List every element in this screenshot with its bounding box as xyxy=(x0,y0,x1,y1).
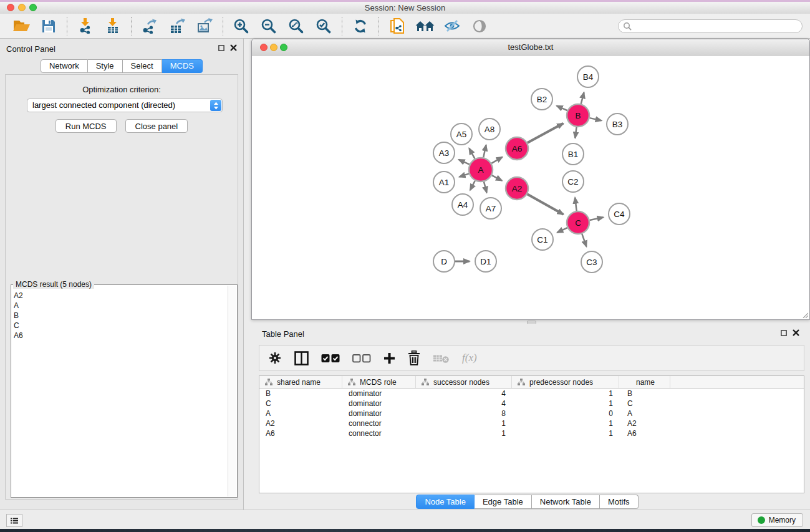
table-cell[interactable]: A xyxy=(619,409,670,418)
edge-B-B3[interactable] xyxy=(590,118,602,120)
delete-columns-button[interactable] xyxy=(408,351,420,365)
first-neighbors-button[interactable] xyxy=(415,16,435,36)
duplicate-network-button[interactable] xyxy=(387,16,407,36)
edge-A-A4[interactable] xyxy=(470,181,475,190)
table-cell[interactable]: connector xyxy=(342,429,416,438)
mcds-result-item[interactable]: C xyxy=(14,321,227,331)
column-header-mcds-role[interactable]: MCDS role xyxy=(342,376,416,388)
table-cell[interactable]: 1 xyxy=(512,399,619,408)
mcds-result-item[interactable]: A2 xyxy=(14,291,227,301)
zoom-selected-button[interactable] xyxy=(314,16,334,36)
edge-A-A8[interactable] xyxy=(483,145,486,157)
network-minimize-button[interactable] xyxy=(270,44,277,51)
import-table-button[interactable] xyxy=(103,16,123,36)
edge-A6-B[interactable] xyxy=(528,123,564,143)
column-header-successor-nodes[interactable]: successor nodes xyxy=(416,376,512,388)
edge-A-A7[interactable] xyxy=(484,181,487,192)
column-header-shared-name[interactable]: shared name xyxy=(259,376,342,388)
table-cell[interactable]: 4 xyxy=(416,399,512,408)
optimization-criterion-select[interactable]: largest connected component (directed) xyxy=(27,99,223,112)
table-cell[interactable]: 1 xyxy=(512,419,619,428)
tab-select[interactable]: Select xyxy=(123,59,162,73)
zoom-fit-button[interactable] xyxy=(286,16,306,36)
show-column-button[interactable] xyxy=(294,351,309,365)
node-table[interactable]: shared nameMCDS rolesuccessor nodesprede… xyxy=(259,375,804,493)
edge-A-A3[interactable] xyxy=(459,160,470,165)
import-network-button[interactable] xyxy=(75,16,95,36)
memory-button[interactable]: Memory xyxy=(751,513,803,527)
edge-A-A6[interactable] xyxy=(491,157,502,163)
close-panel-icon[interactable] xyxy=(793,329,799,336)
table-cell[interactable]: dominator xyxy=(342,409,416,418)
table-cell[interactable]: dominator xyxy=(342,399,416,408)
network-close-button[interactable] xyxy=(260,44,268,51)
table-cell[interactable]: 1 xyxy=(512,389,619,398)
column-header-name[interactable]: name xyxy=(619,376,670,388)
edge-B-B1[interactable] xyxy=(575,127,576,138)
export-network-button[interactable] xyxy=(140,16,160,36)
table-cell[interactable]: connector xyxy=(342,419,416,428)
table-cell[interactable]: B xyxy=(259,389,342,398)
mcds-result-scrollbar[interactable] xyxy=(228,286,236,496)
network-canvas[interactable]: AA1A2A3A4A5A6A7A8BB1B2B3B4CC1C2C3C4DD1 xyxy=(253,56,809,319)
export-table-button[interactable] xyxy=(167,16,187,36)
maximize-window-button[interactable] xyxy=(29,4,37,11)
tab-node-table[interactable]: Node Table xyxy=(416,495,475,509)
edge-C-C1[interactable] xyxy=(557,228,567,233)
table-cell[interactable]: dominator xyxy=(342,389,416,398)
zoom-in-button[interactable] xyxy=(231,16,251,36)
delete-table-button[interactable] xyxy=(433,353,450,364)
close-panel-icon[interactable] xyxy=(230,44,237,51)
refresh-view-button[interactable] xyxy=(350,16,370,36)
edge-C-C4[interactable] xyxy=(590,217,604,220)
float-panel-icon[interactable] xyxy=(218,45,224,51)
tab-edge-table[interactable]: Edge Table xyxy=(475,495,532,509)
hide-selected-button[interactable] xyxy=(442,16,462,36)
column-header-predecessor-nodes[interactable]: predecessor nodes xyxy=(512,376,619,388)
table-cell[interactable]: 1 xyxy=(512,429,619,438)
save-session-button[interactable] xyxy=(39,16,59,36)
mcds-result-item[interactable]: A6 xyxy=(14,331,227,341)
mcds-result-list[interactable]: A2ABCA6 xyxy=(14,291,227,495)
tab-mcds[interactable]: MCDS xyxy=(162,59,203,73)
table-cell[interactable]: C xyxy=(259,399,342,408)
table-cell[interactable]: A6 xyxy=(259,429,342,438)
edge-B-B2[interactable] xyxy=(557,106,567,111)
table-cell[interactable]: 1 xyxy=(416,429,512,438)
table-cell[interactable]: A xyxy=(259,409,342,418)
table-row[interactable]: A2connector11A2 xyxy=(259,418,804,428)
table-cell[interactable]: A6 xyxy=(619,429,670,438)
function-builder-button[interactable]: f(x) xyxy=(462,352,477,364)
edge-B-B4[interactable] xyxy=(581,92,584,104)
minimize-window-button[interactable] xyxy=(18,4,26,11)
tab-network-table[interactable]: Network Table xyxy=(532,495,600,509)
table-row[interactable]: Cdominator41C xyxy=(259,399,804,409)
open-session-button[interactable] xyxy=(11,16,31,36)
table-cell[interactable]: A2 xyxy=(619,419,670,428)
task-history-button[interactable] xyxy=(6,514,22,527)
tab-motifs[interactable]: Motifs xyxy=(600,495,639,509)
table-row[interactable]: Adominator80A xyxy=(259,409,804,418)
edge-C-C2[interactable] xyxy=(575,198,577,211)
window-resize-grip[interactable] xyxy=(802,312,808,318)
show-hidden-button[interactable] xyxy=(470,16,489,36)
edge-A2-C[interactable] xyxy=(528,194,564,214)
edge-A-A2[interactable] xyxy=(492,175,502,180)
table-cell[interactable]: B xyxy=(619,389,670,398)
table-row[interactable]: A6connector11A6 xyxy=(259,428,804,438)
table-options-button[interactable] xyxy=(268,351,282,365)
table-cell[interactable]: 8 xyxy=(416,409,512,418)
table-cell[interactable]: C xyxy=(619,399,670,408)
edge-A-A1[interactable] xyxy=(460,173,469,177)
network-maximize-button[interactable] xyxy=(280,44,287,51)
mcds-result-item[interactable]: B xyxy=(14,311,227,321)
export-image-button[interactable] xyxy=(195,16,215,36)
close-panel-button[interactable]: Close panel xyxy=(125,119,188,133)
run-mcds-button[interactable]: Run MCDS xyxy=(55,119,117,133)
table-cell[interactable]: A2 xyxy=(259,419,342,428)
tab-network[interactable]: Network xyxy=(41,59,88,73)
zoom-out-button[interactable] xyxy=(259,16,279,36)
deselect-all-rows-button[interactable] xyxy=(352,354,371,363)
edge-C-C3[interactable] xyxy=(582,234,586,247)
select-all-rows-button[interactable] xyxy=(321,354,340,363)
